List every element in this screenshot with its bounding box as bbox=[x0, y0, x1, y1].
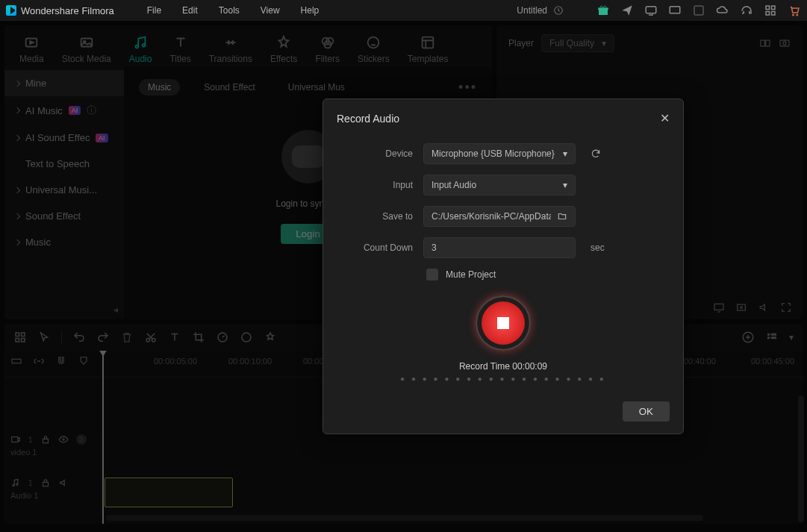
menu-tools[interactable]: Tools bbox=[219, 5, 240, 16]
folder-icon[interactable] bbox=[557, 211, 567, 222]
logo-icon bbox=[6, 5, 16, 16]
apps-icon[interactable] bbox=[764, 4, 777, 17]
cart-icon[interactable] bbox=[788, 4, 801, 17]
chevron-down-icon: ▾ bbox=[563, 180, 567, 190]
message-icon[interactable] bbox=[644, 4, 658, 17]
app-logo: Wondershare Filmora bbox=[6, 5, 114, 16]
input-label: Input bbox=[337, 180, 413, 190]
svg-rect-1 bbox=[599, 10, 608, 16]
menu-file[interactable]: File bbox=[147, 5, 161, 16]
record-audio-dialog: Record Audio ✕ Device Microphone {USB Mi… bbox=[323, 98, 684, 434]
svg-rect-8 bbox=[766, 12, 770, 16]
menu-edit[interactable]: Edit bbox=[182, 5, 198, 16]
save-icon[interactable] bbox=[692, 4, 705, 17]
dialog-title: Record Audio bbox=[337, 113, 399, 125]
top-right-icons bbox=[596, 4, 801, 17]
device-value: Microphone {USB Microphone} bbox=[431, 148, 555, 159]
svg-rect-4 bbox=[670, 7, 680, 13]
main-menu: File Edit Tools View Help bbox=[147, 5, 320, 16]
record-time-value: 00:00:09 bbox=[512, 361, 547, 372]
record-button[interactable] bbox=[476, 295, 531, 351]
svg-rect-6 bbox=[766, 6, 770, 10]
svg-point-10 bbox=[793, 14, 794, 16]
svg-rect-5 bbox=[694, 6, 703, 15]
menu-help[interactable]: Help bbox=[301, 5, 320, 16]
project-title: Untitled bbox=[517, 5, 564, 16]
title-bar: Wondershare Filmora File Edit Tools View… bbox=[0, 0, 807, 21]
send-icon[interactable] bbox=[620, 4, 634, 17]
record-time: Record Time 00:00:09 bbox=[337, 361, 670, 372]
save-label: Save to bbox=[337, 211, 413, 222]
screen-icon[interactable] bbox=[668, 4, 682, 17]
save-path-field[interactable]: C:/Users/Korisnik-PC/AppData bbox=[423, 206, 576, 227]
project-name-text: Untitled bbox=[517, 5, 547, 16]
cloud-icon[interactable] bbox=[716, 4, 729, 17]
refresh-icon[interactable] bbox=[591, 148, 601, 159]
svg-rect-2 bbox=[598, 7, 608, 10]
menu-view[interactable]: View bbox=[261, 5, 280, 16]
sync-icon bbox=[553, 5, 564, 16]
close-icon[interactable]: ✕ bbox=[660, 111, 670, 125]
device-select[interactable]: Microphone {USB Microphone} ▾ bbox=[423, 143, 576, 164]
level-meter: ● ● ● ● ● ● ● ● ● ● ● ● ● ● ● ● ● ● ● bbox=[337, 375, 670, 383]
countdown-value: 3 bbox=[431, 242, 437, 253]
input-value: Input Audio bbox=[431, 180, 476, 190]
stop-icon bbox=[497, 317, 509, 329]
countdown-unit: sec bbox=[591, 242, 605, 253]
headset-icon[interactable] bbox=[740, 4, 753, 17]
svg-rect-3 bbox=[646, 7, 656, 13]
device-label: Device bbox=[337, 148, 413, 159]
mute-checkbox[interactable] bbox=[426, 269, 438, 281]
mute-label: Mute Project bbox=[446, 269, 496, 280]
gift-icon[interactable] bbox=[596, 4, 610, 17]
countdown-input[interactable]: 3 bbox=[423, 237, 576, 258]
svg-rect-7 bbox=[772, 6, 776, 10]
record-time-prefix: Record Time bbox=[459, 361, 512, 372]
countdown-label: Count Down bbox=[337, 242, 413, 253]
app-name: Wondershare Filmora bbox=[21, 5, 114, 16]
svg-point-11 bbox=[797, 14, 798, 16]
svg-rect-9 bbox=[772, 12, 776, 16]
ok-button[interactable]: OK bbox=[623, 401, 670, 422]
chevron-down-icon: ▾ bbox=[563, 148, 567, 159]
input-select[interactable]: Input Audio ▾ bbox=[423, 175, 576, 195]
save-value: C:/Users/Korisnik-PC/AppData bbox=[431, 211, 551, 222]
